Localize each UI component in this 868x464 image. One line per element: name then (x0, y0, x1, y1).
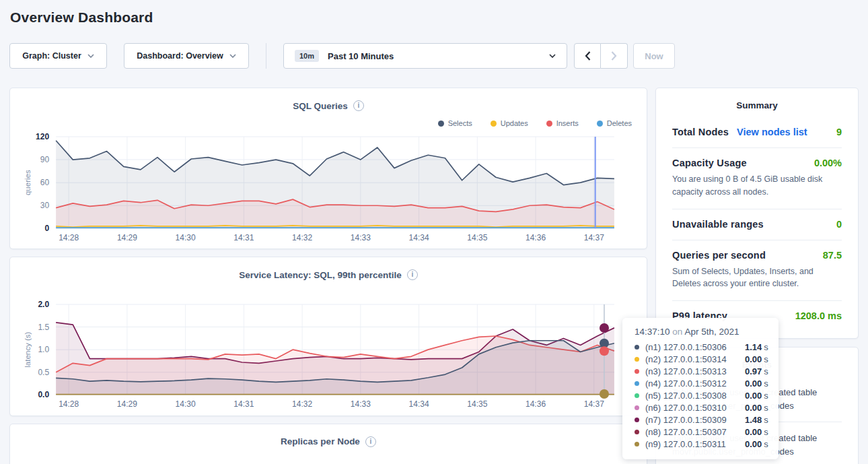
time-prev-button[interactable] (574, 43, 601, 69)
tooltip-node-value: 1.48 (745, 415, 762, 425)
tooltip-node-unit: s (764, 391, 768, 401)
node-color-dot (635, 357, 639, 362)
x-tick-label: 14:32 (292, 233, 312, 242)
tooltip-node-unit: s (764, 439, 768, 449)
legend-dot (438, 121, 444, 127)
time-range-dropdown[interactable]: 10m Past 10 Minutes (283, 43, 567, 69)
chevron-down-icon (87, 54, 94, 58)
x-tick-label: 14:31 (233, 233, 254, 242)
chart-svg: 14:2814:2914:3014:3114:3214:3314:3414:35… (21, 299, 636, 412)
summary-list: Total NodesView nodes list9Capacity Usag… (672, 117, 842, 331)
tooltip-node-unit: s (764, 427, 768, 437)
tooltip-node-value: 0.00 (745, 354, 762, 364)
x-tick-label: 14:32 (292, 400, 312, 409)
tooltip-node-value: 0.00 (745, 439, 762, 449)
chart-header: Service Latency: SQL, 99th percentile i (21, 267, 636, 283)
time-next-button[interactable] (601, 43, 628, 69)
x-tick-label: 14:33 (351, 400, 371, 409)
x-tick-label: 14:29 (117, 400, 137, 409)
tooltip-node-label: (n6) 127.0.0.1:50310 (645, 403, 745, 413)
tooltip-node-unit: s (764, 403, 768, 413)
series--n9-127-0-0-1-50311 (56, 395, 614, 395)
tooltip-node-label: (n4) 127.0.0.1:50312 (645, 378, 745, 389)
legend-item-updates: Updates (491, 119, 528, 127)
tooltip-node-label: (n1) 127.0.0.1:50306 (645, 342, 745, 352)
page-title: Overview Dashboard (10, 9, 868, 26)
sql-queries-plot-area[interactable]: 14:2814:2914:3014:3114:3214:3314:3414:35… (21, 131, 636, 246)
x-tick-label: 14:30 (176, 400, 196, 409)
summary-item: Total NodesView nodes list9 (672, 117, 842, 147)
summary-item-description: Sum of Selects, Updates, Inserts, and De… (672, 265, 842, 291)
node-color-dot (635, 430, 639, 434)
time-window-nav (574, 43, 628, 69)
y-tick-label: 60 (40, 178, 50, 187)
x-tick-label: 14:28 (59, 233, 79, 242)
x-tick-label: 14:37 (584, 400, 604, 409)
chart-legend: SelectsUpdatesInsertsDeletes (21, 117, 632, 130)
tooltip-node-label: (n3) 127.0.0.1:50313 (645, 366, 745, 376)
chart-title: SQL Queries (293, 101, 348, 111)
service-latency-plot-area[interactable]: 14:2814:2914:3014:3114:3214:3314:3414:35… (21, 299, 636, 412)
tooltip-node-row: (n2) 127.0.0.1:503140.00s (635, 353, 768, 365)
hover-point-dot (600, 389, 609, 399)
x-tick-label: 14:36 (526, 233, 546, 242)
hover-point-dot (600, 323, 609, 333)
node-color-dot (635, 418, 639, 422)
dashboard-selector-dropdown[interactable]: Dashboard: Overview (124, 43, 249, 69)
dashboard-selector-label: Dashboard: Overview (137, 51, 223, 61)
x-tick-label: 14:34 (409, 400, 429, 409)
node-color-dot (635, 442, 639, 446)
summary-item-label: Total Nodes (672, 127, 729, 137)
chevron-down-icon (229, 54, 236, 58)
view-nodes-list-link[interactable]: View nodes list (737, 127, 807, 137)
x-tick-label: 14:35 (467, 400, 487, 409)
now-button[interactable]: Now (633, 43, 675, 69)
legend-label: Updates (501, 119, 528, 127)
summary-item-label: Capacity Usage (672, 158, 747, 168)
summary-item: Queries per second87.5Sum of Selects, Up… (672, 240, 842, 301)
summary-item-value: 1208.0 ms (795, 310, 842, 321)
tooltip-node-row: (n6) 127.0.0.1:503100.00s (635, 401, 768, 413)
graph-selector-dropdown[interactable]: Graph: Cluster (9, 43, 107, 69)
tooltip-node-row: (n3) 127.0.0.1:503130.97s (635, 365, 768, 377)
chart-title: Service Latency: SQL, 99th percentile (239, 270, 402, 280)
summary-panel: Summary Total NodesView nodes list9Capac… (655, 88, 859, 339)
tooltip-node-label: (n9) 127.0.0.1:50311 (645, 439, 745, 449)
tooltip-node-value: 0.00 (745, 427, 762, 437)
x-tick-label: 14:31 (233, 400, 254, 409)
tooltip-node-unit: s (764, 415, 768, 425)
x-tick-label: 14:35 (467, 233, 487, 242)
chart-title: Replicas per Node (281, 436, 360, 446)
tooltip-node-unit: s (764, 354, 768, 364)
y-tick-label: 1.0 (38, 345, 49, 355)
summary-title: Summary (672, 100, 842, 110)
tooltip-node-unit: s (764, 378, 768, 389)
info-icon[interactable]: i (365, 436, 376, 447)
toolbar-divider (266, 43, 266, 69)
summary-item-label: Queries per second (672, 250, 766, 261)
node-color-dot (635, 381, 639, 386)
legend-item-deletes: Deletes (597, 119, 632, 127)
tooltip-node-unit: s (764, 366, 768, 376)
y-tick-label: 0.0 (38, 391, 49, 400)
y-tick-label: 90 (40, 155, 50, 164)
info-icon[interactable]: i (407, 269, 418, 280)
x-tick-label: 14:34 (409, 233, 429, 242)
chevron-left-icon (585, 51, 591, 61)
x-tick-label: 14:28 (59, 400, 79, 409)
tooltip-node-value: 1.14 (745, 342, 762, 352)
tooltip-node-row: (n5) 127.0.0.1:503080.00s (635, 389, 768, 401)
tooltip-node-label: (n2) 127.0.0.1:50314 (645, 354, 745, 364)
node-color-dot (635, 393, 639, 398)
legend-dot (491, 121, 497, 127)
service-latency-chart-card: Service Latency: SQL, 99th percentile i … (9, 257, 647, 416)
legend-item-selects: Selects (438, 119, 472, 127)
y-tick-label: 120 (36, 132, 49, 141)
tooltip-node-value: 0.00 (745, 403, 762, 413)
tooltip-node-row: (n4) 127.0.0.1:503120.00s (635, 377, 768, 389)
replicas-per-node-plot-area[interactable] (21, 450, 636, 464)
info-icon[interactable]: i (353, 100, 364, 111)
series-deletes (56, 228, 614, 228)
toolbar: Graph: Cluster Dashboard: Overview 10m P… (9, 43, 859, 69)
y-tick-label: 30 (40, 201, 50, 210)
